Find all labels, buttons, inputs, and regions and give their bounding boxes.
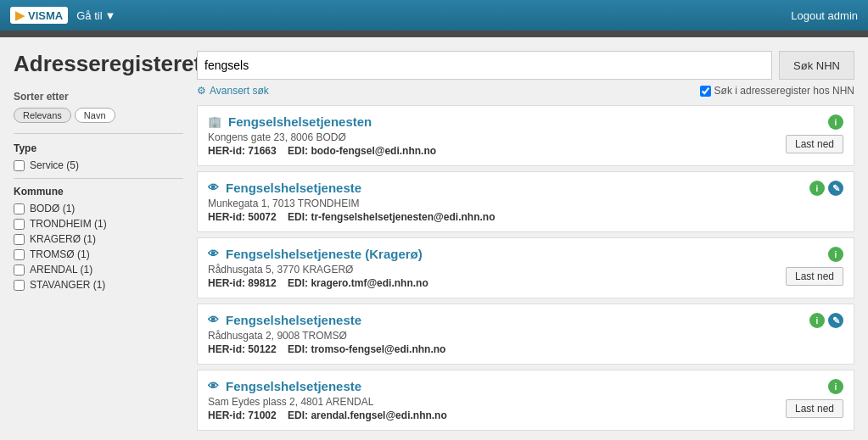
result-left-1: 🏢 Fengselshelsetjenesten Kongens gate 23… bbox=[208, 114, 759, 157]
filter-stavanger: STAVANGER (1) bbox=[14, 279, 183, 291]
filter-service-checkbox[interactable] bbox=[14, 160, 25, 171]
edi-label-2: EDI: bbox=[288, 211, 311, 223]
result-name-text-5: Fengselshelsetjeneste bbox=[226, 379, 361, 393]
filter-trondheim: TRONDHEIM (1) bbox=[14, 218, 183, 230]
sort-relevans-button[interactable]: Relevans bbox=[14, 108, 71, 123]
filter-kragero-label: KRAGERØ (1) bbox=[30, 233, 96, 245]
download-button-5[interactable]: Last ned bbox=[786, 399, 843, 418]
filter-stavanger-label: STAVANGER (1) bbox=[30, 279, 105, 291]
result-right-2: i ✎ bbox=[759, 181, 843, 196]
search-bar: Søk NHN bbox=[197, 51, 854, 80]
result-item-3: 👁 Fengselshelsetjeneste (Kragerø) Rådhus… bbox=[197, 237, 854, 298]
result-right-5: i Last ned bbox=[759, 379, 843, 418]
edi-label-4: EDI: bbox=[288, 343, 311, 355]
download-button-1[interactable]: Last ned bbox=[786, 135, 843, 153]
result-left-5: 👁 Fengselshelsetjeneste Sam Eydes plass … bbox=[208, 379, 759, 421]
content-area: Søk NHN ⚙ Avansert søk Søk i adresseregi… bbox=[197, 51, 854, 436]
header-left: ▶ VISMA Gå til ▼ bbox=[10, 7, 115, 24]
advanced-search-link[interactable]: ⚙ Avansert søk bbox=[197, 85, 269, 97]
filter-arendal: ARENDAL (1) bbox=[14, 264, 183, 276]
filter-service-label: Service (5) bbox=[30, 159, 79, 171]
her-id-label-4: HER-id: bbox=[208, 343, 248, 355]
result-meta-4: HER-id: 50122 EDI: tromso-fengsel@edi.nh… bbox=[208, 343, 759, 355]
sidebar-divider-2 bbox=[14, 178, 183, 179]
subheader-bar bbox=[0, 31, 868, 37]
download-button-3[interactable]: Last ned bbox=[786, 267, 843, 286]
sidebar-divider-1 bbox=[14, 133, 183, 134]
result-icons-4: i ✎ bbox=[809, 313, 843, 328]
visma-logo: ▶ VISMA bbox=[10, 7, 68, 24]
filter-arendal-label: ARENDAL (1) bbox=[30, 264, 92, 276]
result-name-4[interactable]: 👁 Fengselshelsetjeneste bbox=[208, 313, 759, 327]
edi-value-4: tromso-fengsel@edi.nhn.no bbox=[311, 343, 445, 355]
result-left-3: 👁 Fengselshelsetjeneste (Kragerø) Rådhus… bbox=[208, 247, 759, 289]
green-icon-1: i bbox=[828, 114, 843, 130]
result-name-2[interactable]: 👁 Fengselshelsetjeneste bbox=[208, 181, 759, 195]
nav-goto-button[interactable]: Gå til ▼ bbox=[76, 9, 115, 22]
filter-bodo-checkbox[interactable] bbox=[14, 203, 25, 214]
result-icons-1: i bbox=[828, 114, 843, 130]
her-id-value-2: 50072 bbox=[248, 211, 276, 223]
filter-kragero: KRAGERØ (1) bbox=[14, 233, 183, 245]
filter-trondheim-label: TRONDHEIM (1) bbox=[30, 218, 107, 230]
result-item-2: 👁 Fengselshelsetjeneste Munkegata 1, 701… bbox=[197, 171, 854, 232]
app-header: ▶ VISMA Gå til ▼ Logout admin bbox=[0, 0, 868, 31]
eye-icon-4: 👁 bbox=[208, 314, 219, 326]
advanced-search-label: Avansert søk bbox=[210, 85, 269, 97]
filter-arendal-checkbox[interactable] bbox=[14, 265, 25, 276]
sort-navn-button[interactable]: Navn bbox=[75, 108, 115, 123]
page-title: Adresseregisteret bbox=[14, 51, 183, 77]
filter-tromso-checkbox[interactable] bbox=[14, 249, 25, 260]
green-icon-2: i bbox=[809, 181, 825, 196]
search-options: ⚙ Avansert søk Søk i adresseregister hos… bbox=[197, 85, 854, 97]
result-name-5[interactable]: 👁 Fengselshelsetjeneste bbox=[208, 379, 759, 393]
her-id-label-3: HER-id: bbox=[208, 277, 248, 289]
search-input[interactable] bbox=[197, 51, 772, 80]
green-icon-5: i bbox=[828, 379, 843, 394]
edi-value-1: bodo-fengsel@edi.nhn.no bbox=[311, 145, 436, 157]
filter-tromso: TROMSØ (1) bbox=[14, 248, 183, 260]
search-button[interactable]: Søk NHN bbox=[779, 51, 854, 80]
result-left-2: 👁 Fengselshelsetjeneste Munkegata 1, 701… bbox=[208, 181, 759, 223]
edi-label-5: EDI: bbox=[288, 409, 311, 421]
result-address-1: Kongens gate 23, 8006 BODØ bbox=[208, 131, 759, 143]
nhn-checkbox-container: Søk i adresseregister hos NHN bbox=[700, 85, 854, 97]
result-right-3: i Last ned bbox=[759, 247, 843, 286]
result-address-4: Rådhusgata 2, 9008 TROMSØ bbox=[208, 330, 759, 342]
result-meta-1: HER-id: 71663 EDI: bodo-fengsel@edi.nhn.… bbox=[208, 145, 759, 157]
filter-kragero-checkbox[interactable] bbox=[14, 234, 25, 245]
filter-trondheim-checkbox[interactable] bbox=[14, 219, 25, 230]
result-name-text-4: Fengselshelsetjeneste bbox=[226, 313, 361, 327]
main-container: Adresseregisteret Sorter etter Relevans … bbox=[0, 37, 868, 440]
filter-stavanger-checkbox[interactable] bbox=[14, 280, 25, 291]
result-name-text-1: Fengselshelsetjenesten bbox=[228, 114, 372, 129]
result-name-3[interactable]: 👁 Fengselshelsetjeneste (Kragerø) bbox=[208, 247, 759, 261]
edi-label-3: EDI: bbox=[288, 277, 311, 289]
edi-value-3: kragero.tmf@edi.nhn.no bbox=[311, 277, 428, 289]
result-meta-5: HER-id: 71002 EDI: arendal.fengsel@edi.n… bbox=[208, 409, 759, 421]
eye-icon-2: 👁 bbox=[208, 181, 219, 194]
filter-type-label: Type bbox=[14, 142, 183, 154]
building-icon-1: 🏢 bbox=[208, 115, 221, 128]
result-name-1[interactable]: 🏢 Fengselshelsetjenesten bbox=[208, 114, 759, 129]
her-id-value-4: 50122 bbox=[248, 343, 276, 355]
blue-icon-2: ✎ bbox=[828, 181, 843, 196]
her-id-value-5: 71002 bbox=[248, 409, 276, 421]
her-id-label-1: HER-id: bbox=[208, 145, 248, 157]
result-meta-3: HER-id: 89812 EDI: kragero.tmf@edi.nhn.n… bbox=[208, 277, 759, 289]
result-item-5: 👁 Fengselshelsetjeneste Sam Eydes plass … bbox=[197, 370, 854, 431]
logout-button[interactable]: Logout admin bbox=[791, 9, 858, 22]
green-icon-4: i bbox=[809, 313, 825, 328]
green-icon-3: i bbox=[828, 247, 843, 262]
nhn-checkbox[interactable] bbox=[700, 86, 711, 97]
her-id-value-3: 89812 bbox=[248, 277, 276, 289]
blue-icon-4: ✎ bbox=[828, 313, 843, 328]
result-address-5: Sam Eydes plass 2, 4801 ARENDAL bbox=[208, 396, 759, 408]
result-left-4: 👁 Fengselshelsetjeneste Rådhusgata 2, 90… bbox=[208, 313, 759, 355]
gear-icon: ⚙ bbox=[197, 85, 206, 97]
her-id-label-5: HER-id: bbox=[208, 409, 248, 421]
sort-label: Sorter etter bbox=[14, 91, 183, 103]
nav-goto-label: Gå til bbox=[76, 9, 102, 22]
result-item-1: 🏢 Fengselshelsetjenesten Kongens gate 23… bbox=[197, 105, 854, 166]
result-item-4: 👁 Fengselshelsetjeneste Rådhusgata 2, 90… bbox=[197, 304, 854, 365]
